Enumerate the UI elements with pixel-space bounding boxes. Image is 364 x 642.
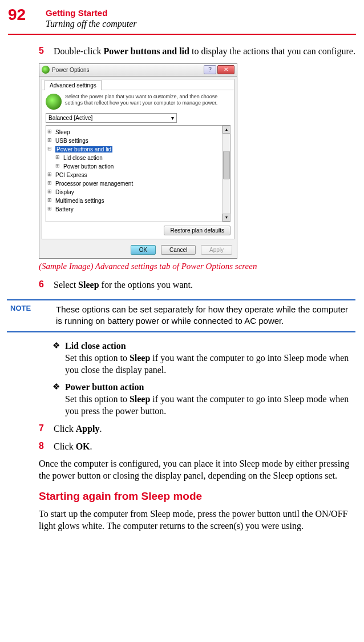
- note-label: NOTE: [7, 304, 56, 327]
- plan-icon: [46, 94, 62, 110]
- dialog-title: Power Options: [52, 67, 204, 73]
- text: for the options you want.: [99, 280, 193, 290]
- apply-button[interactable]: Apply: [201, 245, 232, 255]
- chevron-down-icon: ▾: [171, 115, 174, 121]
- bold: Power buttons and lid: [104, 46, 189, 56]
- page-number: 92: [8, 6, 26, 24]
- step-number: 8: [39, 441, 54, 453]
- bold: Apply: [76, 424, 100, 434]
- settings-tree[interactable]: Sleep USB settings Power buttons and lid…: [46, 125, 230, 222]
- tree-item-display[interactable]: Display: [47, 188, 220, 196]
- step-text: Double-click Power buttons and lid to di…: [54, 46, 355, 58]
- bold: OK: [76, 442, 90, 451]
- step-number: 6: [39, 279, 54, 291]
- tree-item-pci[interactable]: PCI Express: [47, 171, 220, 179]
- text: Click: [54, 442, 76, 451]
- bullet-lid-close: ❖ Lid close action Set this option to Sl…: [52, 340, 355, 376]
- intro-text: Select the power plan that you want to c…: [65, 94, 230, 110]
- text: Select: [54, 280, 78, 290]
- note-rule-bottom: [7, 331, 355, 332]
- scroll-thumb[interactable]: [223, 151, 230, 179]
- cancel-button[interactable]: Cancel: [161, 245, 196, 255]
- step-8: 8 Click OK.: [39, 441, 355, 453]
- power-icon: [42, 66, 50, 74]
- plan-select[interactable]: Balanced [Active] ▾: [46, 113, 177, 123]
- tree-item-lid-close[interactable]: Lid close action: [47, 154, 220, 162]
- help-button[interactable]: ?: [204, 65, 216, 74]
- restore-row: Restore plan defaults: [46, 226, 230, 235]
- page-content: 5 Double-click Power buttons and lid to …: [39, 46, 355, 538]
- note-block: NOTE These options can be set separately…: [7, 299, 355, 333]
- step-number: 7: [39, 423, 54, 435]
- tree-item-multimedia[interactable]: Multimedia settings: [47, 196, 220, 205]
- step-6: 6 Select Sleep for the options you want.: [39, 279, 355, 291]
- tree-item-power-button-action[interactable]: Power button action: [47, 162, 220, 171]
- bold: Sleep: [130, 353, 150, 363]
- ok-button[interactable]: OK: [131, 245, 156, 255]
- text: Double-click: [54, 46, 104, 56]
- power-options-dialog: Power Options ? ✕ Advanced settings Sele…: [39, 63, 237, 259]
- section-subtitle: Turning off the computer: [46, 19, 137, 29]
- dialog-body: Advanced settings Select the power plan …: [42, 79, 234, 239]
- text: Click: [54, 424, 76, 434]
- tab-advanced-settings[interactable]: Advanced settings: [45, 80, 102, 90]
- heading-starting-again: Starting again from Sleep mode: [39, 490, 355, 503]
- tree-item-power-buttons-lid[interactable]: Power buttons and lid: [47, 145, 220, 154]
- scroll-down-icon[interactable]: ▾: [223, 214, 230, 222]
- page-header: Getting Started Turning off the computer: [46, 8, 137, 29]
- scroll-up-icon[interactable]: ▴: [223, 126, 230, 134]
- bullet-heading: Lid close action: [65, 341, 126, 351]
- header-rule: [8, 34, 356, 35]
- bold: Sleep: [130, 394, 150, 404]
- paragraph-config: Once the computer is configured, you can…: [39, 458, 355, 482]
- text: to display the actions that you can conf…: [189, 46, 355, 56]
- plan-value: Balanced [Active]: [48, 115, 92, 121]
- bullet-heading: Power button action: [65, 382, 144, 392]
- text: .: [90, 442, 92, 451]
- paragraph-start: To start up the computer from Sleep mode…: [39, 508, 355, 532]
- step-text: Click Apply.: [54, 423, 102, 435]
- bullet-power-button: ❖ Power button action Set this option to…: [52, 382, 355, 417]
- step-7: 7 Click Apply.: [39, 423, 355, 435]
- bullet-list: ❖ Lid close action Set this option to Sl…: [52, 340, 355, 418]
- restore-defaults-button[interactable]: Restore plan defaults: [164, 226, 230, 235]
- tab-content: Select the power plan that you want to c…: [42, 90, 234, 239]
- text: .: [99, 424, 102, 434]
- dialog-titlebar: Power Options ? ✕: [39, 64, 237, 77]
- note-text: These options can be set separately for …: [56, 304, 355, 327]
- step-text: Click OK.: [54, 441, 92, 453]
- step-number: 5: [39, 46, 54, 58]
- tree-item-battery[interactable]: Battery: [47, 205, 220, 214]
- intro-row: Select the power plan that you want to c…: [46, 94, 230, 110]
- text: Set this option to: [65, 353, 130, 363]
- bullet-icon: ❖: [52, 382, 65, 417]
- bullet-icon: ❖: [52, 340, 65, 376]
- tree-item-usb[interactable]: USB settings: [47, 137, 220, 145]
- figure-caption: (Sample Image) Advanced settings tab of …: [39, 262, 355, 271]
- tree-item-sleep[interactable]: Sleep: [47, 128, 220, 137]
- bold: Sleep: [78, 280, 99, 290]
- step-5: 5 Double-click Power buttons and lid to …: [39, 46, 355, 58]
- chapter-title: Getting Started: [46, 8, 137, 18]
- step-text: Select Sleep for the options you want.: [54, 279, 193, 291]
- tree-selected: Power buttons and lid: [55, 146, 112, 153]
- dialog-footer: OK Cancel Apply: [39, 242, 237, 258]
- tree-scrollbar[interactable]: ▴ ▾: [222, 126, 230, 222]
- tree-item-processor[interactable]: Processor power management: [47, 179, 220, 188]
- note-rule-top: [7, 299, 355, 300]
- figure-dialog: Power Options ? ✕ Advanced settings Sele…: [39, 63, 355, 259]
- close-button[interactable]: ✕: [217, 65, 234, 74]
- text: Set this option to: [65, 394, 130, 404]
